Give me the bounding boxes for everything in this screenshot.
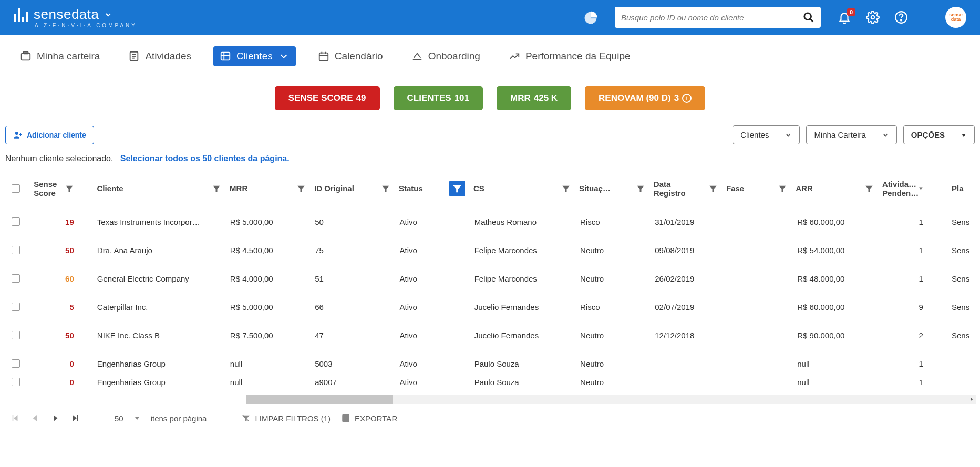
pill-renovam[interactable]: RENOVAM (90 D) 3 i: [585, 86, 705, 110]
cell-data: 31/01/2019: [651, 217, 723, 226]
col-header[interactable]: Fase: [726, 184, 744, 193]
col-header[interactable]: ARR: [796, 184, 813, 193]
filter-icon-active[interactable]: [449, 181, 465, 196]
page-size-value[interactable]: 50: [115, 414, 123, 423]
notifications-icon[interactable]: 0: [838, 11, 851, 24]
cell-id: 50: [311, 217, 395, 226]
table-row[interactable]: 0Engenharias Groupnulla9007AtivoPaulo So…: [2, 378, 978, 395]
table-row[interactable]: 50NIKE Inc. Class BR$ 7.500,0047AtivoJuc…: [2, 321, 978, 349]
filter-icon[interactable]: [778, 184, 787, 193]
svg-marker-23: [66, 185, 73, 191]
button-label: OPÇÕES: [911, 130, 945, 139]
table-row[interactable]: 50Dra. Ana AraujoR$ 4.500,0075AtivoFelip…: [2, 236, 978, 264]
nav-clientes[interactable]: Clientes: [213, 46, 296, 66]
divider: [923, 8, 923, 26]
table-row[interactable]: 0Engenharias Groupnull5003AtivoPaulo Sou…: [2, 349, 978, 378]
cell-status: Ativo: [395, 331, 470, 340]
svg-point-2: [871, 16, 875, 19]
entity-select[interactable]: Clientes: [733, 125, 800, 144]
nav-calendario[interactable]: Calendário: [312, 46, 389, 66]
filter-icon[interactable]: [708, 184, 718, 193]
cell-cs: Paulo Souza: [470, 378, 576, 387]
scroll-thumb[interactable]: [246, 395, 393, 404]
col-header[interactable]: Status: [399, 184, 423, 193]
page-first-button[interactable]: [11, 413, 20, 423]
col-header[interactable]: ID Original: [314, 184, 354, 193]
filter-icon[interactable]: [636, 184, 645, 193]
filter-icon[interactable]: [296, 184, 306, 193]
row-checkbox[interactable]: [12, 274, 20, 283]
table-row[interactable]: 19Texas Instruments Incorpor…R$ 5.000,00…: [2, 207, 978, 236]
col-header[interactable]: Situaç…: [579, 184, 611, 193]
col-header[interactable]: Pla: [952, 184, 964, 193]
selection-info: Nenhum cliente selecionado. Selecionar t…: [0, 154, 980, 170]
select-all-link[interactable]: Selecionar todos os 50 clientes da págin…: [120, 154, 290, 163]
horizontal-scrollbar[interactable]: [4, 395, 976, 406]
brand-logo[interactable]: sensedata A Z·E·N·V·I·A COMPANY: [14, 6, 137, 28]
cell-arr: null: [793, 378, 880, 387]
nav-onboarding[interactable]: Onboarding: [405, 46, 487, 66]
search-input[interactable]: [621, 13, 803, 22]
pill-sense-score[interactable]: SENSE SCORE 49: [275, 86, 380, 110]
col-header[interactable]: Ativida… Penden…: [882, 180, 919, 198]
scope-select[interactable]: Minha Carteira: [806, 125, 896, 144]
user-avatar[interactable]: sensedata: [945, 7, 966, 28]
per-page-label: itens por página: [151, 414, 207, 423]
select-all-checkbox[interactable]: [12, 184, 20, 193]
cell-atividades: 1: [880, 246, 947, 255]
page-next-button[interactable]: [50, 413, 60, 423]
pill-clientes[interactable]: CLIENTES 101: [394, 86, 483, 110]
options-button[interactable]: OPÇÕES: [903, 125, 975, 144]
row-checkbox[interactable]: [12, 331, 20, 339]
row-checkbox[interactable]: [12, 378, 20, 386]
caret-down-icon[interactable]: [134, 415, 140, 421]
nav-minha-carteira[interactable]: Minha carteira: [14, 46, 106, 66]
nav-label: Calendário: [335, 50, 383, 62]
chevron-down-icon[interactable]: [104, 11, 112, 19]
pill-mrr[interactable]: MRR 425 K: [497, 86, 571, 110]
filter-icon[interactable]: [65, 184, 74, 193]
nav-label: Minha carteira: [37, 50, 100, 62]
nav-atividades[interactable]: Atividades: [122, 46, 198, 66]
settings-icon[interactable]: [866, 11, 880, 24]
page-last-button[interactable]: [70, 413, 80, 423]
logo-bars-icon: [14, 7, 28, 22]
nav-performance[interactable]: Performance da Equipe: [502, 46, 637, 66]
cell-plataforma: Sens: [947, 217, 978, 226]
cell-arr: R$ 54.000,00: [793, 246, 880, 255]
row-checkbox[interactable]: [12, 246, 20, 254]
scroll-right-arrow[interactable]: [967, 395, 976, 404]
export-button[interactable]: EXPORTAR: [341, 413, 397, 423]
filter-icon[interactable]: [381, 184, 390, 193]
svg-marker-30: [709, 185, 717, 191]
nav-label: Atividades: [145, 50, 191, 62]
cell-situacao: Risco: [576, 303, 651, 312]
col-header[interactable]: CS: [473, 184, 484, 193]
filter-icon[interactable]: [864, 184, 874, 193]
filter-icon[interactable]: [919, 184, 923, 193]
search-icon[interactable]: [803, 12, 814, 23]
svg-marker-25: [297, 185, 305, 191]
search-box[interactable]: [615, 7, 821, 28]
pill-label: CLIENTES: [407, 93, 451, 103]
row-checkbox[interactable]: [12, 217, 20, 226]
clear-filters-button[interactable]: LIMPAR FILTROS (1): [241, 413, 331, 423]
svg-marker-35: [14, 415, 18, 421]
filter-icon[interactable]: [561, 184, 571, 193]
cell-id: 66: [311, 303, 395, 312]
table-row[interactable]: 60General Electric CompanyR$ 4.000,0051A…: [2, 264, 978, 293]
row-checkbox[interactable]: [12, 303, 20, 311]
help-icon[interactable]: [894, 11, 908, 24]
filter-icon[interactable]: [212, 184, 221, 193]
pie-chart-icon[interactable]: [584, 11, 598, 24]
col-header[interactable]: Sense Score: [34, 180, 62, 198]
row-checkbox[interactable]: [12, 359, 20, 368]
add-client-button[interactable]: Adicionar cliente: [5, 126, 94, 144]
table-row[interactable]: 5Caterpillar Inc.R$ 5.000,0066AtivoJucel…: [2, 293, 978, 321]
col-header[interactable]: Data Registro: [654, 180, 690, 198]
col-header[interactable]: Cliente: [97, 184, 123, 193]
cell-score: 50: [65, 331, 74, 340]
page-prev-button[interactable]: [30, 413, 40, 423]
col-header[interactable]: MRR: [230, 184, 247, 193]
cell-id: 5003: [311, 359, 395, 368]
